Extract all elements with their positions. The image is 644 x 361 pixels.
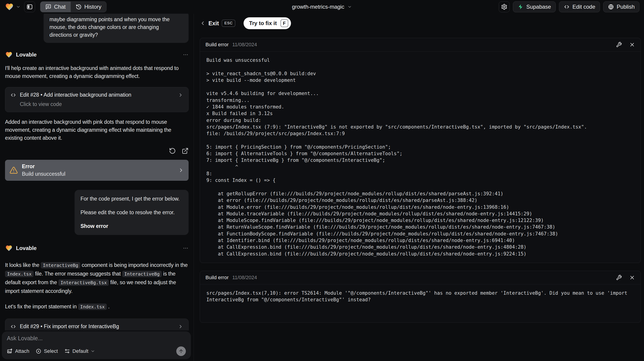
supabase-button[interactable]: Supabase: [513, 1, 556, 12]
lovable-heart-icon: [5, 51, 13, 58]
error-card-date: 11/08/2024: [232, 42, 257, 48]
publish-button[interactable]: Publish: [603, 1, 640, 12]
build-error-card[interactable]: Error Build unsuccessful: [5, 160, 188, 181]
tab-history[interactable]: History: [71, 1, 106, 12]
error-log-text: Build was unsuccessful > vite_react_shad…: [206, 57, 634, 257]
user-message-line: For the code present, I get the error be…: [80, 195, 183, 203]
chat-history-tabs: Chat History: [40, 1, 106, 12]
lovable-logo-menu[interactable]: [4, 2, 20, 11]
close-icon[interactable]: [629, 42, 635, 48]
chevron-down-icon: [90, 349, 95, 354]
exit-label: Exit: [208, 20, 219, 27]
arrow-up-icon: [178, 349, 184, 354]
show-error-label[interactable]: Show error: [80, 222, 183, 230]
supabase-bolt-icon: [518, 4, 524, 10]
open-preview-icon[interactable]: [182, 147, 188, 154]
close-icon[interactable]: [629, 275, 635, 281]
history-clock-icon: [76, 4, 82, 10]
chat-bubble-icon: [46, 4, 51, 10]
chevron-down-icon: [16, 4, 20, 9]
model-selector[interactable]: Default: [64, 348, 95, 354]
fix-panel-header: Exit ESC Try to fix it F: [200, 17, 641, 29]
assistant-paragraph: I'll help create an interactive backgrou…: [5, 64, 188, 80]
tab-chat-label: Chat: [54, 4, 66, 10]
error-card-header: Build error 11/08/2024: [200, 271, 640, 284]
user-message-text: maybe diagramming points and when you mo…: [50, 16, 170, 38]
panel-icon: [26, 4, 33, 10]
assistant-paragraph: Added an interactive background with pin…: [5, 118, 188, 142]
error-log-text: src/pages/Index.tsx(7,10): error TS2614:…: [206, 290, 634, 303]
error-log-body: src/pages/Index.tsx(7,10): error TS2614:…: [200, 284, 640, 323]
build-error-log-card: Build error 11/08/2024 src/pages/Index.t…: [200, 271, 641, 323]
code-brackets-icon: [564, 4, 570, 10]
f-key-badge: F: [280, 19, 288, 27]
error-card-date: 11/08/2024: [232, 275, 257, 281]
more-options-icon[interactable]: [183, 245, 188, 251]
select-label: Select: [44, 348, 58, 354]
warning-triangle-icon: [10, 166, 18, 174]
try-to-fix-label: Try to fix it: [249, 20, 276, 26]
lovable-heart-icon: [5, 245, 13, 252]
error-title: Error: [22, 163, 66, 170]
attach-image-icon: [7, 348, 13, 354]
edit-card-title: Edit #29 • Fix import error for Interact…: [20, 323, 119, 330]
chevron-down-icon: [348, 4, 352, 9]
assistant-paragraph: It looks like the InteractiveBg componen…: [5, 261, 188, 295]
tab-history-label: History: [84, 4, 102, 10]
error-card-title: Build error: [206, 275, 228, 281]
chat-input[interactable]: [7, 335, 186, 342]
send-button[interactable]: [176, 347, 186, 356]
chat-messages[interactable]: maybe diagramming points and when you mo…: [0, 14, 194, 361]
wrench-icon[interactable]: [616, 275, 622, 281]
user-message: maybe diagramming points and when you mo…: [44, 14, 188, 43]
edit-code-button[interactable]: Edit code: [559, 1, 600, 12]
error-log-body: Build was unsuccessful > vite_react_shad…: [200, 51, 640, 263]
assistant-name: Lovable: [16, 245, 37, 251]
assistant-paragraph: Let's fix the import statement in Index.…: [5, 303, 188, 311]
inline-code: InteractiveBg: [41, 262, 80, 269]
error-card-header: Build error 11/08/2024: [200, 38, 640, 51]
code-brackets-icon: [10, 92, 16, 98]
chevron-right-icon: [178, 92, 183, 98]
top-bar: Chat History growth-metrics-magic Supaba…: [0, 0, 644, 14]
try-to-fix-button[interactable]: Try to fix it F: [244, 17, 291, 29]
project-selector[interactable]: growth-metrics-magic: [292, 4, 352, 10]
lovable-heart-icon: [4, 2, 14, 11]
model-label: Default: [72, 348, 88, 354]
globe-icon: [608, 4, 614, 10]
tab-chat[interactable]: Chat: [40, 1, 71, 12]
sliders-icon: [64, 348, 70, 354]
inline-code: Index.tsx: [78, 304, 107, 310]
error-subtitle: Build unsuccessful: [22, 171, 66, 177]
chevron-right-icon: [178, 167, 184, 173]
supabase-label: Supabase: [526, 4, 551, 10]
composer: Attach Select Default: [2, 331, 191, 359]
attach-button[interactable]: Attach: [7, 348, 29, 354]
assistant-header: Lovable: [5, 245, 188, 252]
select-button[interactable]: Select: [36, 348, 58, 354]
settings-button[interactable]: [499, 1, 510, 12]
more-options-icon[interactable]: [183, 52, 188, 58]
assistant-header: Lovable: [5, 51, 188, 58]
edit-code-label: Edit code: [572, 4, 595, 10]
composer-area: Attach Select Default: [0, 331, 194, 361]
chat-panel: maybe diagramming points and when you mo…: [0, 14, 194, 361]
error-fix-panel: Exit ESC Try to fix it F Build error 11/…: [194, 14, 644, 361]
restore-icon[interactable]: [169, 147, 176, 154]
gear-icon: [501, 4, 508, 10]
chevron-right-icon: [178, 324, 183, 329]
inline-code: Index.tsx: [5, 271, 34, 277]
error-card-title: Build error: [206, 42, 228, 48]
exit-button[interactable]: Exit ESC: [200, 19, 235, 27]
wrench-icon[interactable]: [616, 42, 622, 48]
publish-label: Publish: [617, 4, 635, 10]
edit-card-subtitle: Click to view code: [20, 101, 183, 107]
edit-card-28[interactable]: Edit #28 • Add interactive background an…: [5, 87, 188, 112]
edit-card-title: Edit #28 • Add interactive background an…: [20, 92, 131, 98]
user-message: For the code present, I get the error be…: [74, 190, 188, 235]
sidebar-toggle-button[interactable]: [24, 1, 35, 12]
esc-key-badge: ESC: [222, 19, 235, 27]
code-brackets-icon: [10, 324, 16, 330]
project-name: growth-metrics-magic: [292, 4, 344, 10]
assistant-name: Lovable: [16, 51, 37, 58]
